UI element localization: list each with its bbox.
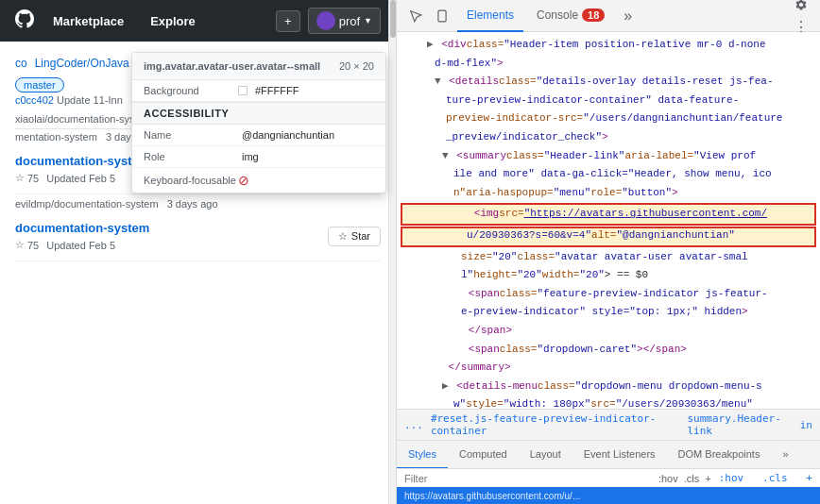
tooltip-name-row: Name @dangnianchuntian [132, 125, 385, 146]
tree-line-img-b[interactable]: u/20930363?s=60&v=4" alt= "@dangnianchun… [401, 227, 816, 247]
tree-line-2c[interactable]: preview-indicator-src= "/users/dangnianc… [397, 109, 820, 128]
tooltip-role-label: Role [144, 151, 238, 162]
tree-line-1[interactable]: ▶ <div class= "Header-item position-rela… [397, 36, 820, 55]
repo-section-2: evildmp/documentation-system 3 days ago [15, 194, 381, 211]
device-toolbar-button[interactable] [431, 5, 453, 27]
repo-stars-2: ☆ 75 [15, 239, 39, 251]
explore-nav[interactable]: Explore [143, 10, 203, 32]
tree-line-3[interactable]: ▼ <summary class= "Header-link" aria-lab… [397, 147, 820, 166]
repo-item-2: documentation-system ☆ 75 Updated Feb 5 … [15, 211, 381, 261]
status-url-text: https://avatars.githubusercontent.com/u/… [404, 491, 580, 501]
svg-rect-0 [438, 10, 446, 22]
status-url: :hov .cls + [719, 472, 812, 484]
inspect-element-button[interactable] [404, 5, 427, 27]
repo-name-2[interactable]: documentation-system [15, 221, 328, 235]
tree-line-summary-close[interactable]: </summary> [397, 359, 820, 378]
tab-console[interactable]: Console18 [527, 0, 614, 32]
repo-stars-1: ☆ 75 [15, 172, 39, 184]
chevron-down-icon: ▼ [364, 16, 372, 25]
breadcrumb-in[interactable]: in [800, 419, 812, 431]
devtools-breadcrumb: ... #reset.js-feature-preview-indicator-… [397, 409, 820, 440]
tooltip-keyboard-label: Keyboard-focusable [144, 175, 238, 186]
tab-computed[interactable]: Computed [448, 441, 519, 469]
filter-tags: :hov .cls + [658, 473, 711, 484]
tree-line-span-b[interactable]: e-preview-indicator" style="top: 1px;" h… [397, 303, 820, 322]
tab-elements[interactable]: Elements [457, 0, 523, 32]
tree-line-caret[interactable]: <span class= "dropdown-caret" ></span> [397, 341, 820, 360]
filter-cls[interactable]: .cls [684, 473, 700, 484]
tab-dom-breakpoints[interactable]: DOM Breakpoints [667, 441, 772, 469]
filter-input[interactable] [404, 473, 651, 484]
devtools-toolbar: Elements Console18 » ⋮ [397, 0, 820, 32]
tree-line-dm-b[interactable]: w" style= "width: 180px" src= "/users/20… [397, 395, 820, 409]
star-icon-btn-2: ☆ [338, 230, 348, 243]
github-left-pane: Marketplace Explore + prof ▼ img.avatar.… [0, 0, 397, 504]
star-icon-2: ☆ [15, 239, 25, 251]
devtools-panel: Elements Console18 » ⋮ ▶ <di [397, 0, 820, 504]
tree-line-span-close[interactable]: </span> [397, 322, 820, 341]
tooltip-image-size: 20 × 20 [339, 60, 374, 72]
status-bar: https://avatars.githubusercontent.com/u/… [397, 487, 820, 504]
tree-line-span[interactable]: <span class= "feature-preview-indicator … [397, 285, 820, 304]
repo-info-2: documentation-system ☆ 75 Updated Feb 5 [15, 221, 328, 251]
tooltip-accessibility-header: ACCESSIBILITY [132, 102, 385, 125]
tree-line-2[interactable]: ▼ <details class= "details-overlay detai… [397, 73, 820, 92]
expand-arrow-2[interactable]: ▼ [435, 74, 441, 91]
scrollbar[interactable] [388, 0, 396, 504]
marketplace-nav[interactable]: Marketplace [45, 10, 131, 32]
tooltip-bg-value: #FFFFFF [255, 85, 299, 96]
tree-line-2d[interactable]: _preview/indicator_check" > [397, 128, 820, 147]
tooltip-name-label: Name [144, 129, 238, 141]
tree-line-details-menu[interactable]: ▶ <details-menu class= "dropdown-menu dr… [397, 378, 820, 396]
tree-line-img[interactable]: <img src= "https://avatars.githubusercon… [401, 203, 816, 226]
tree-line-img-c[interactable]: size= "20" class= "avatar avatar-user av… [397, 248, 820, 267]
filter-bar: :hov .cls + :hov .cls + [397, 468, 820, 487]
html-tree: ▶ <div class= "Header-item position-rela… [397, 32, 820, 409]
scrollbar-thumb[interactable] [390, 0, 396, 38]
element-tooltip: img.avatar.avatar-user.avatar--small 20 … [131, 52, 386, 193]
tooltip-bg-label: Background [144, 85, 238, 96]
avatar [316, 11, 335, 30]
star-icon-1: ☆ [15, 172, 25, 184]
new-button[interactable]: + [276, 10, 300, 32]
tooltip-bg-row: Background #FFFFFF [132, 80, 385, 102]
devtools-bottom-tabs: Styles Computed Layout Event Listeners D… [397, 440, 820, 468]
expand-arrow-3[interactable]: ▼ [442, 148, 449, 165]
breadcrumb-summary[interactable]: summary.Header-link [687, 412, 792, 437]
expand-arrow-dm[interactable]: ▶ [442, 378, 449, 395]
tab-styles[interactable]: Styles [397, 441, 448, 469]
breadcrumb-link[interactable]: co [15, 57, 27, 70]
filter-add[interactable]: + [705, 473, 710, 484]
branch-badge[interactable]: master [15, 77, 64, 92]
avatar-label: prof [339, 14, 360, 28]
tooltip-color-swatch [238, 86, 248, 95]
header-right: + prof ▼ [276, 8, 381, 34]
tab-more-bottom[interactable]: » [771, 441, 799, 469]
tooltip-keyboard-row: Keyboard-focusable ⊘ [132, 168, 385, 193]
github-header: Marketplace Explore + prof ▼ [0, 0, 396, 42]
tooltip-role-row: Role img [132, 146, 385, 168]
breadcrumb-ellipsis[interactable]: ... [404, 419, 423, 431]
settings-button[interactable] [790, 0, 812, 16]
filter-hover[interactable]: :hov [658, 473, 678, 484]
avatar-button[interactable]: prof ▼ [308, 8, 381, 34]
tab-event-listeners[interactable]: Event Listeners [572, 441, 667, 469]
github-logo [15, 9, 34, 33]
tab-more-button[interactable]: » [618, 8, 638, 25]
console-error-badge: 18 [582, 8, 605, 22]
star-button-2[interactable]: ☆ Star [328, 227, 381, 246]
repo-link[interactable]: LingCoder/OnJava [35, 57, 129, 70]
tooltip-element-label: img.avatar.avatar-user.avatar--small [144, 60, 320, 72]
tooltip-role-value: img [242, 151, 259, 162]
tooltip-header: img.avatar.avatar-user.avatar--small 20 … [132, 53, 385, 80]
forbidden-icon: ⊘ [238, 173, 249, 188]
commit-hash[interactable]: c0cc402 [15, 94, 54, 106]
tab-layout[interactable]: Layout [519, 441, 572, 469]
tree-line-2b[interactable]: ture-preview-indicator-container" data-f… [397, 92, 820, 110]
tree-line-3c[interactable]: n" aria-haspopup= "menu" role= "button" … [397, 184, 820, 203]
tree-line-3b[interactable]: ile and more" data-ga-click="Header, sho… [397, 165, 820, 184]
breadcrumb-reset-container[interactable]: #reset.js-feature-preview-indicator-cont… [431, 412, 680, 437]
tree-line-1b[interactable]: d-md-flex" > [397, 55, 820, 74]
tree-line-img-d[interactable]: l" height= "20" width= "20" > == $0 [397, 266, 820, 285]
expand-arrow-1[interactable]: ▶ [427, 37, 434, 54]
